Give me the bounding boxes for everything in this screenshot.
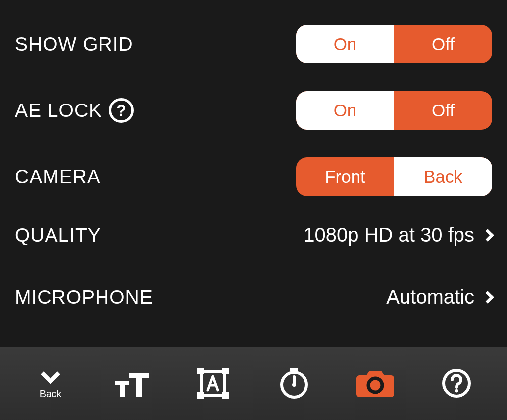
value-quality-text: 1080p HD at 30 fps — [304, 224, 474, 246]
camera-button[interactable] — [335, 368, 416, 398]
toggle-camera[interactable]: Front Back — [296, 158, 492, 196]
help-button[interactable] — [416, 368, 497, 399]
value-quality[interactable]: 1080p HD at 30 fps — [304, 224, 492, 246]
label-wrap-ae-lock: AE LOCK ? — [15, 98, 134, 123]
label-camera: CAMERA — [15, 166, 101, 188]
label-wrap-show-grid: SHOW GRID — [15, 33, 133, 55]
toggle-camera-front[interactable]: Front — [296, 158, 394, 196]
svg-rect-1 — [136, 373, 142, 397]
toggle-ae-lock-on[interactable]: On — [296, 91, 394, 130]
chevron-right-icon — [481, 291, 494, 303]
toggle-show-grid[interactable]: On Off — [296, 25, 492, 63]
svg-rect-7 — [197, 392, 204, 399]
text-box-icon — [195, 366, 231, 401]
toggle-camera-back[interactable]: Back — [394, 158, 492, 196]
svg-rect-4 — [201, 371, 225, 395]
timer-icon — [278, 367, 310, 400]
value-microphone-text: Automatic — [386, 286, 474, 308]
svg-rect-3 — [120, 381, 125, 397]
toggle-ae-lock-off[interactable]: Off — [394, 91, 492, 130]
timer-button[interactable] — [254, 367, 335, 400]
row-show-grid: SHOW GRID On Off — [15, 25, 492, 63]
text-size-button[interactable] — [91, 370, 172, 397]
back-button[interactable]: Back — [10, 368, 91, 400]
svg-rect-5 — [197, 368, 204, 374]
row-microphone[interactable]: MICROPHONE Automatic — [15, 286, 492, 308]
text-box-button[interactable] — [172, 366, 254, 401]
chevron-down-icon — [41, 365, 60, 384]
row-quality[interactable]: QUALITY 1080p HD at 30 fps — [15, 224, 492, 246]
camera-icon — [356, 368, 394, 398]
value-microphone[interactable]: Automatic — [386, 286, 492, 308]
toggle-show-grid-on[interactable]: On — [296, 25, 394, 63]
label-ae-lock: AE LOCK — [15, 100, 102, 121]
back-label: Back — [40, 388, 61, 400]
toolbar: Back — [0, 347, 507, 420]
settings-content: SHOW GRID On Off AE LOCK ? On Off CAMERA… — [0, 0, 507, 347]
help-icon[interactable]: ? — [109, 98, 134, 123]
text-size-icon — [114, 370, 149, 397]
svg-rect-11 — [293, 369, 296, 374]
label-microphone: MICROPHONE — [15, 286, 153, 308]
svg-point-13 — [292, 383, 296, 387]
toggle-ae-lock[interactable]: On Off — [296, 91, 492, 130]
chevron-right-icon — [481, 229, 494, 241]
help-icon — [441, 368, 472, 399]
svg-rect-8 — [222, 392, 229, 399]
toggle-show-grid-off[interactable]: Off — [394, 25, 492, 63]
label-quality: QUALITY — [15, 224, 101, 246]
svg-point-16 — [455, 389, 458, 393]
svg-rect-6 — [222, 368, 229, 374]
row-ae-lock: AE LOCK ? On Off — [15, 91, 492, 130]
label-wrap-camera: CAMERA — [15, 166, 101, 188]
row-camera: CAMERA Front Back — [15, 158, 492, 196]
label-show-grid: SHOW GRID — [15, 33, 133, 55]
